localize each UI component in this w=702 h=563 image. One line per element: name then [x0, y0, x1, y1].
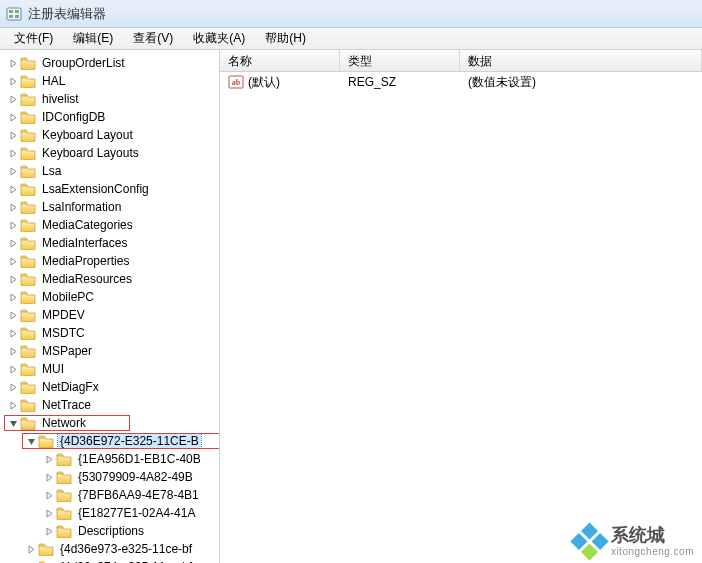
tree-item-label: {4d36e973-e325-11ce-bf — [58, 542, 194, 556]
menu-help[interactable]: 帮助(H) — [255, 28, 316, 49]
tree-item[interactable]: MediaCategories — [0, 216, 219, 234]
expander-closed-icon[interactable] — [42, 455, 56, 464]
menu-view[interactable]: 查看(V) — [123, 28, 183, 49]
tree-item[interactable]: MPDEV — [0, 306, 219, 324]
tree-item[interactable]: {E18277E1-02A4-41A — [0, 504, 219, 522]
tree-item[interactable]: NetDiagFx — [0, 378, 219, 396]
tree-item-label: {1EA956D1-EB1C-40B — [76, 452, 203, 466]
watermark-logo-icon — [570, 523, 608, 561]
tree-item[interactable]: GroupOrderList — [0, 54, 219, 72]
tree-item-label: MSDTC — [40, 326, 87, 340]
tree-item[interactable]: NetTrace — [0, 396, 219, 414]
tree-item-label: MediaResources — [40, 272, 134, 286]
tree-item[interactable]: LsaInformation — [0, 198, 219, 216]
tree-item[interactable]: Lsa — [0, 162, 219, 180]
expander-closed-icon[interactable] — [6, 113, 20, 122]
tree-item-label: MediaCategories — [40, 218, 135, 232]
tree-item[interactable]: MSPaper — [0, 342, 219, 360]
expander-closed-icon[interactable] — [6, 383, 20, 392]
folder-icon — [20, 164, 36, 178]
tree-item[interactable]: {1EA956D1-EB1C-40B — [0, 450, 219, 468]
tree-item[interactable]: MediaResources — [0, 270, 219, 288]
menu-favorites[interactable]: 收藏夹(A) — [183, 28, 255, 49]
list-header: 名称 类型 数据 — [220, 50, 702, 72]
tree-item[interactable]: {7BFB6AA9-4E78-4B1 — [0, 486, 219, 504]
folder-icon — [20, 290, 36, 304]
tree-item-label: HAL — [40, 74, 67, 88]
tree-item[interactable]: HAL — [0, 72, 219, 90]
list-pane: 名称 类型 数据 (默认) REG_SZ (数值未设置) — [220, 50, 702, 563]
column-header-type[interactable]: 类型 — [340, 50, 460, 71]
tree-item[interactable]: MSDTC — [0, 324, 219, 342]
tree-item[interactable]: MUI — [0, 360, 219, 378]
folder-icon — [56, 452, 72, 466]
tree-item-label: LsaInformation — [40, 200, 123, 214]
folder-icon — [20, 182, 36, 196]
expander-closed-icon[interactable] — [6, 59, 20, 68]
expander-closed-icon[interactable] — [6, 167, 20, 176]
tree-item[interactable]: Keyboard Layout — [0, 126, 219, 144]
tree-item-label: LsaExtensionConfig — [40, 182, 151, 196]
expander-closed-icon[interactable] — [42, 509, 56, 518]
tree-item-label: Lsa — [40, 164, 63, 178]
menu-edit[interactable]: 编辑(E) — [63, 28, 123, 49]
menu-file[interactable]: 文件(F) — [4, 28, 63, 49]
expander-closed-icon[interactable] — [6, 131, 20, 140]
folder-icon — [20, 380, 36, 394]
folder-icon — [20, 128, 36, 142]
expander-closed-icon[interactable] — [6, 239, 20, 248]
tree-pane[interactable]: GroupOrderListHALhivelistIDConfigDBKeybo… — [0, 50, 220, 563]
folder-icon — [20, 110, 36, 124]
expander-closed-icon[interactable] — [6, 275, 20, 284]
tree-item[interactable]: MediaInterfaces — [0, 234, 219, 252]
tree-item-label: MobilePC — [40, 290, 96, 304]
expander-open-icon[interactable] — [24, 437, 38, 446]
expander-closed-icon[interactable] — [6, 365, 20, 374]
expander-closed-icon[interactable] — [6, 311, 20, 320]
tree-item[interactable]: Keyboard Layouts — [0, 144, 219, 162]
folder-icon — [20, 146, 36, 160]
expander-closed-icon[interactable] — [6, 95, 20, 104]
expander-closed-icon[interactable] — [6, 185, 20, 194]
folder-icon — [56, 506, 72, 520]
expander-closed-icon[interactable] — [6, 203, 20, 212]
tree-item[interactable]: hivelist — [0, 90, 219, 108]
tree-item[interactable]: {4D36E972-E325-11CE-B — [0, 432, 219, 450]
expander-open-icon[interactable] — [6, 419, 20, 428]
menubar: 文件(F) 编辑(E) 查看(V) 收藏夹(A) 帮助(H) — [0, 28, 702, 50]
tree-item[interactable]: Network — [0, 414, 219, 432]
tree-item-label: NetTrace — [40, 398, 93, 412]
expander-closed-icon[interactable] — [6, 329, 20, 338]
expander-closed-icon[interactable] — [6, 347, 20, 356]
expander-closed-icon[interactable] — [6, 149, 20, 158]
expander-closed-icon[interactable] — [42, 473, 56, 482]
tree-item-label: MPDEV — [40, 308, 87, 322]
expander-closed-icon[interactable] — [6, 221, 20, 230]
tree-item[interactable]: {4d36e974-e325-11ce-bf — [0, 558, 219, 563]
folder-icon — [20, 56, 36, 70]
expander-closed-icon[interactable] — [6, 257, 20, 266]
column-header-data[interactable]: 数据 — [460, 50, 702, 71]
tree-item[interactable]: {53079909-4A82-49B — [0, 468, 219, 486]
list-row[interactable]: (默认) REG_SZ (数值未设置) — [220, 72, 702, 92]
column-header-name[interactable]: 名称 — [220, 50, 340, 71]
expander-closed-icon[interactable] — [42, 491, 56, 500]
tree-item[interactable]: LsaExtensionConfig — [0, 180, 219, 198]
folder-icon — [20, 326, 36, 340]
expander-closed-icon[interactable] — [6, 401, 20, 410]
tree-item[interactable]: IDConfigDB — [0, 108, 219, 126]
tree-item[interactable]: Descriptions — [0, 522, 219, 540]
value-name: (默认) — [248, 74, 280, 91]
folder-icon — [20, 92, 36, 106]
expander-closed-icon[interactable] — [24, 545, 38, 554]
tree-item[interactable]: MobilePC — [0, 288, 219, 306]
folder-icon — [38, 434, 54, 448]
folder-icon — [20, 398, 36, 412]
expander-closed-icon[interactable] — [6, 77, 20, 86]
value-data: (数值未设置) — [460, 74, 702, 91]
expander-closed-icon[interactable] — [6, 293, 20, 302]
tree-item-label: Network — [40, 416, 88, 430]
expander-closed-icon[interactable] — [42, 527, 56, 536]
tree-item[interactable]: {4d36e973-e325-11ce-bf — [0, 540, 219, 558]
tree-item[interactable]: MediaProperties — [0, 252, 219, 270]
